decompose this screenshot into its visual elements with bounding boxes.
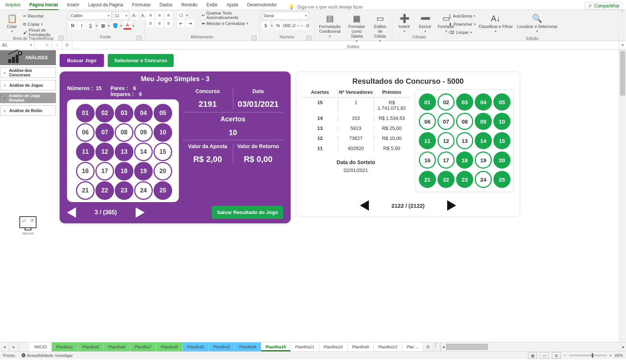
sheet-tab-planilha2[interactable]: Planilha2 [209,342,235,351]
decrease-decimal-button[interactable]: ←.0 [301,22,309,29]
sidebar-item-jogos[interactable]: ›Análise de Jogos [0,80,56,90]
sheet-tab-planilha3[interactable]: Planilha3 [183,342,209,351]
align-left-button[interactable]: ≡ [147,20,154,27]
tab-exibir[interactable]: Exibir [202,1,222,10]
collapse-ribbon-button[interactable]: ˄ [619,10,626,41]
view-normal-button[interactable]: ▦ [528,352,537,359]
scrollbar-thumb[interactable] [620,51,625,96]
tab-dados[interactable]: Dados [155,1,177,10]
tab-inserir[interactable]: Inserir [62,1,83,10]
scroll-right-button[interactable]: ▸ [621,344,626,349]
number-dialog-launcher[interactable]: ↘ [307,36,311,40]
save-result-button[interactable]: Salvar Resultado do Jogo [212,206,283,219]
percent-button[interactable]: % [274,22,282,29]
increase-decimal-button[interactable]: .0→ [292,22,300,29]
cell-styles-button[interactable]: ▭Estilos de Célula▾ [370,12,390,44]
conditional-formatting-button[interactable]: ▤Formatação Condicional▾ [317,12,343,39]
increase-font-button[interactable]: A↑ [131,12,138,19]
zoom-in-button[interactable]: + [610,353,612,358]
next-game-button[interactable] [136,207,145,218]
align-dialog-launcher[interactable]: ↘ [252,36,256,40]
cut-button[interactable]: ✂Recortar [23,12,64,20]
sheet-tab-planilha5[interactable]: Planilha5 [78,342,104,351]
italic-button[interactable]: I [78,22,85,29]
sheet-tab-planilha4[interactable]: Planilha4 [235,342,261,351]
underline-button[interactable]: S [87,22,94,29]
font-color-button[interactable]: A [124,22,131,29]
sheet-tab-planilha9[interactable]: Planilha9 [348,342,374,351]
sidebar-item-bolao[interactable]: ›Análise de Bolão [0,105,56,116]
enter-formula-button[interactable]: ✓ [52,41,62,49]
sheet-tab-inicio[interactable]: INICIO [30,342,52,351]
orientation-button[interactable]: ⭯ [177,12,185,19]
selecionar-concurso-button[interactable]: Selecionar o Concurso [108,54,174,67]
align-center-button[interactable]: ≡ [156,20,163,27]
tab-revisao[interactable]: Revisão [177,1,202,10]
sheet-nav-next[interactable]: ▸ [9,342,19,351]
scroll-left-button[interactable]: ◂ [441,344,446,349]
delete-cells-button[interactable]: ➖Excluir▾ [415,12,435,35]
comma-button[interactable]: 000 [283,22,291,29]
next-result-button[interactable] [447,200,456,211]
home-button[interactable]: 📈⏱ INICIO [19,216,37,236]
accessibility-status[interactable]: ⓿ Acessibilidade: investigar [22,353,73,358]
fill-button[interactable]: ⬇Preencher▾ [449,20,476,28]
find-select-button[interactable]: 🔍Localizar e Selecionar▾ [516,12,559,35]
sidebar-item-concursos[interactable]: ›Análise dos Concursos [0,67,56,78]
insert-cells-button[interactable]: ➕Inserir▾ [395,12,414,35]
tab-ajuda[interactable]: Ajuda [222,1,243,10]
tab-desenvolvedor[interactable]: Desenvolvedor [243,1,281,10]
font-name-dropdown[interactable]: Calibri▾ [69,12,111,20]
sheet-tab-plar  ...[interactable]: Plar ... [402,342,424,351]
increase-indent-button[interactable]: ⇥ [186,20,194,27]
view-page-layout-button[interactable]: ▭ [540,352,549,359]
sheet-tab-planilha7[interactable]: Planilha7 [130,342,156,351]
decrease-indent-button[interactable]: ⇤ [177,20,185,27]
new-sheet-button[interactable]: ⊕ [423,342,433,351]
buscar-jogo-button[interactable]: Buscar Jogo [60,54,104,67]
tab-layout[interactable]: Layout da Página [84,1,127,10]
currency-button[interactable]: $ [262,22,269,29]
sheet-tab-planilha10[interactable]: Planilha10 [319,342,348,351]
prev-result-button[interactable] [360,200,369,211]
cancel-formula-button[interactable]: ✕ [42,41,52,49]
sheet-tab-planilha1[interactable]: Planilha1 [52,342,78,351]
sheet-tab-planilha15[interactable]: Planilha15 [261,342,291,351]
paste-button[interactable]: 📋 Colar ▾ [2,12,22,35]
format-painter-button[interactable]: 🖌Pincel de Formatação [23,29,64,36]
merge-center-button[interactable]: ⬌Mesclar e Centralizar▾ [202,20,257,27]
border-button[interactable]: ▦ [99,22,107,29]
sidebar-item-jogo-simples[interactable]: ›Análise de Jogo Simples [0,93,56,103]
align-middle-button[interactable]: ≡ [156,12,163,19]
number-format-dropdown[interactable]: Geral▾ [262,12,309,20]
font-dialog-launcher[interactable]: ↘ [137,36,141,40]
horizontal-scrollbar[interactable]: ◂ ▸ [440,342,626,351]
sheet-tab-planilha12[interactable]: Planilha12 [374,342,402,351]
tab-pagina-inicial[interactable]: Página Inicial [25,1,63,10]
tab-arquivo[interactable]: Arquivo [1,1,25,10]
expand-formula-bar-button[interactable]: ▾ [619,41,626,49]
copy-button[interactable]: ⧉Copiar▾ [23,20,64,28]
share-button[interactable]: ↗Compartilhar [585,2,623,10]
autosum-button[interactable]: ∑AutoSoma▾ [449,12,476,20]
bold-button[interactable]: N [69,22,76,29]
vertical-scrollbar[interactable] [619,50,626,342]
sort-filter-button[interactable]: A↓Classificar e Filtrar▾ [477,12,514,35]
align-right-button[interactable]: ≡ [165,20,172,27]
align-top-button[interactable]: ≡ [147,12,154,19]
sheet-tab-planilha8[interactable]: Planilha8 [156,342,183,351]
format-as-table-button[interactable]: ▦Formatar como Tabela▾ [344,12,369,44]
fx-button[interactable]: fx [62,41,72,49]
wrap-text-button[interactable]: ↩Quebrar Texto Automaticamente [202,12,257,19]
clear-button[interactable]: ⌫Limpar▾ [449,29,476,36]
sheet-tab-planilha6[interactable]: Planilha6 [104,342,130,351]
zoom-level[interactable]: 85% [615,353,623,358]
tell-me[interactable]: 💡Diga-me o que você deseja fazer [289,4,363,10]
fill-color-button[interactable]: 🪣 [111,22,119,29]
sheet-nav-prev[interactable]: ◂ [0,342,9,351]
prev-game-button[interactable] [67,207,76,218]
sheet-tab-planilha11[interactable]: Planilha11 [291,342,319,351]
zoom-out-button[interactable]: − [564,353,566,358]
zoom-slider[interactable] [569,355,607,356]
view-page-break-button[interactable]: ⊞ [552,352,561,359]
